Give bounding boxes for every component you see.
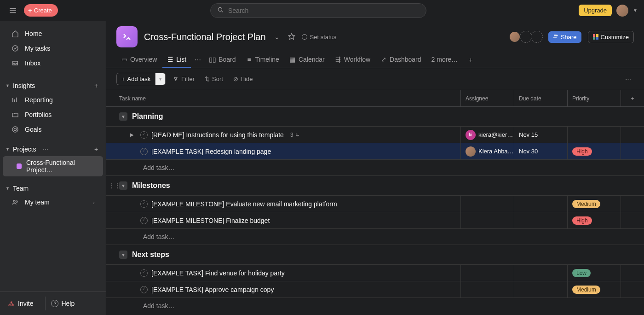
complete-checkbox[interactable] <box>140 148 148 155</box>
upgrade-button[interactable]: Upgrade <box>579 5 612 16</box>
search-icon <box>217 6 224 14</box>
due-date-cell[interactable] <box>514 265 568 281</box>
task-row[interactable]: [EXAMPLE TASK] Find venue for holiday pa… <box>106 264 644 281</box>
more-icon[interactable]: ⋯ <box>43 146 48 152</box>
due-date-cell[interactable]: Nov 30 <box>514 143 568 159</box>
complete-checkbox[interactable] <box>140 217 148 224</box>
due-date-cell[interactable] <box>514 281 568 298</box>
sidebar-mytasks-label: My tasks <box>25 45 50 52</box>
star-icon[interactable] <box>288 33 295 41</box>
due-date-cell[interactable] <box>514 212 568 228</box>
share-button[interactable]: Share <box>548 31 581 43</box>
assignee-cell[interactable] <box>461 281 514 298</box>
create-button[interactable]: + Create <box>24 4 58 17</box>
add-task-row[interactable]: Add task… <box>106 159 644 176</box>
hide-button[interactable]: ⊘Hide <box>230 74 256 84</box>
complete-checkbox[interactable] <box>140 131 148 139</box>
set-status-button[interactable]: Set status <box>302 34 337 41</box>
add-task-row[interactable]: Add task… <box>106 228 644 245</box>
complete-checkbox[interactable] <box>140 269 148 277</box>
sidebar-item-home[interactable]: Home <box>3 26 103 41</box>
project-color-icon <box>17 163 22 169</box>
assignee-cell[interactable] <box>461 196 514 212</box>
expand-icon[interactable]: ▶ <box>130 132 137 137</box>
task-row[interactable]: [EXAMPLE MILESTONE] Finalize budget High <box>106 212 644 228</box>
add-member-placeholder[interactable] <box>531 31 543 43</box>
priority-cell[interactable]: Medium <box>568 196 621 212</box>
sidebar-section-insights[interactable]: ▼ Insights + <box>0 78 106 93</box>
svg-point-5 <box>12 46 18 51</box>
priority-cell[interactable]: High <box>568 143 621 159</box>
member-avatar[interactable] <box>509 31 521 43</box>
column-header-name[interactable]: Task name <box>106 90 461 106</box>
drag-handle-icon[interactable]: ⋮⋮ <box>109 182 120 189</box>
sidebar-item-myteam[interactable]: My team › <box>3 195 103 210</box>
sidebar-item-mytasks[interactable]: My tasks <box>3 41 103 56</box>
task-row[interactable]: [EXAMPLE TASK] Redesign landing page Kie… <box>106 143 644 159</box>
complete-checkbox[interactable] <box>140 286 148 293</box>
tab-timeline[interactable]: ≡Timeline <box>242 52 284 68</box>
sidebar-section-projects[interactable]: ▼ Projects ⋯ + <box>0 141 106 156</box>
add-task-row[interactable]: Add task… <box>106 298 644 314</box>
column-header-due[interactable]: Due date <box>514 90 568 106</box>
hamburger-menu-icon[interactable] <box>6 4 19 17</box>
due-date-cell[interactable]: Nov 15 <box>514 127 568 143</box>
assignee-cell[interactable] <box>461 265 514 281</box>
search-input-container[interactable] <box>210 3 426 18</box>
user-avatar[interactable] <box>616 5 628 17</box>
collapse-icon[interactable]: ▼ <box>119 112 127 121</box>
help-button[interactable]: ? Help <box>45 297 80 310</box>
priority-cell[interactable]: High <box>568 212 621 228</box>
tab-dashboard[interactable]: ⤢Dashboard <box>376 52 426 68</box>
complete-checkbox[interactable] <box>140 200 148 208</box>
column-header-assignee[interactable]: Assignee <box>461 90 514 106</box>
more-actions-button[interactable]: ⋯ <box>622 74 634 84</box>
assignee-cell[interactable] <box>461 212 514 228</box>
task-row[interactable]: ▶ [READ ME] Instructions for using this … <box>106 126 644 143</box>
tab-overview[interactable]: ▭Overview <box>116 52 161 68</box>
sidebar-section-team[interactable]: ▼ Team <box>0 181 106 195</box>
column-header-priority[interactable]: Priority <box>568 90 621 106</box>
plus-icon[interactable]: + <box>92 82 100 90</box>
priority-cell[interactable] <box>568 127 621 143</box>
collapse-icon[interactable]: ▼ <box>119 251 127 259</box>
collapse-icon[interactable]: ▼ <box>119 181 127 190</box>
customize-button[interactable]: Customize <box>588 31 634 43</box>
sidebar-item-portfolios[interactable]: Portfolios <box>3 107 103 122</box>
invite-button[interactable]: ⁂ Invite <box>0 297 41 310</box>
search-input[interactable] <box>228 7 420 14</box>
sidebar-item-inbox[interactable]: Inbox <box>3 56 103 70</box>
tab-calendar[interactable]: ▦Calendar <box>285 52 329 68</box>
tab-list[interactable]: ☰List <box>162 52 191 68</box>
sort-button[interactable]: ⇅Sort <box>202 74 226 84</box>
add-task-split-button[interactable]: ▼ <box>155 73 166 85</box>
tab-label: Board <box>218 56 236 63</box>
add-task-button[interactable]: +Add task <box>116 73 155 85</box>
tab-list-more-icon[interactable]: ⋯ <box>192 54 204 65</box>
section-header-nextsteps[interactable]: ▼ Next steps <box>106 245 644 264</box>
due-date-cell[interactable] <box>514 196 568 212</box>
task-row[interactable]: [EXAMPLE MILESTONE] Evaluate new email m… <box>106 195 644 212</box>
tab-board[interactable]: ▯▯Board <box>205 52 240 68</box>
add-tab-button[interactable]: + <box>465 53 476 66</box>
section-header-planning[interactable]: ▼ Planning <box>106 107 644 126</box>
filter-button[interactable]: ⛛Filter <box>170 74 197 84</box>
assignee-cell[interactable]: ki kiera@kiera… <box>461 127 514 143</box>
add-column-button[interactable]: + <box>621 90 644 106</box>
sidebar-item-goals[interactable]: Goals <box>3 122 103 137</box>
chevron-down-icon[interactable]: ▼ <box>633 8 638 13</box>
tab-more[interactable]: 2 more… <box>427 52 463 68</box>
tab-workflow[interactable]: ⇶Workflow <box>330 52 375 68</box>
priority-cell[interactable]: Medium <box>568 281 621 298</box>
sidebar-item-reporting[interactable]: Reporting <box>3 93 103 107</box>
sidebar-project-item[interactable]: Cross-Functional Project… <box>3 156 103 176</box>
assignee-cell[interactable]: Kiera Abba… <box>461 143 514 159</box>
chevron-down-icon[interactable]: ⌄ <box>272 31 282 42</box>
add-member-placeholder[interactable] <box>520 31 532 43</box>
plus-icon[interactable]: + <box>92 145 100 153</box>
task-row[interactable]: [EXAMPLE TASK] Approve campaign copy Med… <box>106 281 644 298</box>
myteam-label: My team <box>25 198 50 206</box>
priority-cell[interactable]: Low <box>568 265 621 281</box>
filter-label: Filter <box>181 76 195 82</box>
section-header-milestones[interactable]: ⋮⋮ ▼ Milestones <box>106 176 644 195</box>
